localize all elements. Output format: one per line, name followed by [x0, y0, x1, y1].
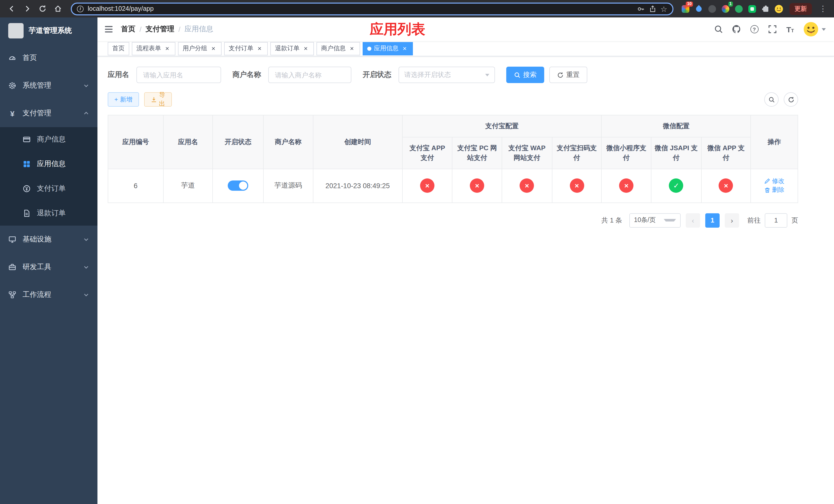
- sidebar-item-label: 首页: [23, 53, 89, 63]
- add-button-label: 新增: [120, 95, 132, 104]
- col-alipay-wap: 支付宝 WAP 网站支付: [502, 137, 552, 169]
- sidebar-item-pay-order[interactable]: 支付订单: [0, 176, 97, 201]
- app-name-label: 应用名: [108, 70, 129, 79]
- col-group-wechat: 微信配置: [602, 115, 751, 137]
- search-button[interactable]: 搜索: [506, 67, 544, 83]
- extension-wheel-icon[interactable]: 1: [720, 3, 731, 14]
- add-button[interactable]: + 新增: [108, 92, 139, 107]
- toolbox-icon: [8, 263, 16, 271]
- tab-user-group[interactable]: 用户分组 ×: [178, 42, 222, 55]
- help-icon[interactable]: ?: [749, 24, 759, 34]
- breadcrumb-home[interactable]: 首页: [121, 25, 135, 34]
- sidebar-item-refund-order[interactable]: 退款订单: [0, 201, 97, 226]
- forward-icon[interactable]: [21, 2, 34, 15]
- goto-page-input[interactable]: [765, 213, 787, 227]
- top-navbar: 首页 / 支付管理 / 应用信息 应用列表 ?: [97, 18, 834, 41]
- extension-dark-icon[interactable]: [706, 3, 718, 14]
- edit-link[interactable]: 修改: [764, 177, 784, 185]
- tab-app-info[interactable]: 应用信息 ×: [363, 42, 413, 55]
- fullscreen-icon[interactable]: [767, 24, 777, 34]
- reload-icon[interactable]: [36, 2, 49, 15]
- user-avatar[interactable]: [803, 22, 826, 37]
- tab-merchant-info[interactable]: 商户信息 ×: [316, 42, 360, 55]
- workflow-icon: [8, 291, 16, 299]
- sidebar-item-infrastructure[interactable]: 基础设施: [0, 226, 97, 253]
- sidebar-item-dev-tools[interactable]: 研发工具: [0, 253, 97, 281]
- merchant-name-input[interactable]: [268, 67, 351, 83]
- tab-pay-order[interactable]: 支付订单 ×: [224, 42, 268, 55]
- extension-droplet-icon[interactable]: [693, 3, 704, 14]
- status-select[interactable]: 请选择开启状态: [398, 67, 495, 83]
- extension-green-circle-icon[interactable]: [733, 3, 744, 14]
- status-fail-icon: ×: [470, 178, 484, 193]
- cell-created: 2021-10-23 08:49:25: [313, 169, 402, 203]
- export-button-label: 导出: [159, 91, 165, 108]
- col-wx-jsapi: 微信 JSAPI 支付: [651, 137, 701, 169]
- cell-status: [213, 169, 263, 203]
- chevron-down-icon: [664, 219, 676, 222]
- sidebar-item-label: 工作流程: [23, 290, 77, 299]
- status-fail-icon: ×: [570, 178, 584, 193]
- browser-menu-icon[interactable]: ⋮: [817, 4, 829, 13]
- extensions-puzzle-icon[interactable]: [760, 3, 771, 14]
- sidebar-item-label: 基础设施: [23, 235, 77, 244]
- logo-avatar: [8, 23, 24, 39]
- tab-refund-order[interactable]: 退款订单 ×: [270, 42, 314, 55]
- reset-button[interactable]: 重置: [549, 67, 587, 83]
- sidebar-logo[interactable]: 芋道管理系统: [0, 18, 97, 44]
- delete-link-label: 删除: [772, 186, 784, 194]
- home-icon[interactable]: [51, 2, 65, 15]
- back-icon[interactable]: [5, 2, 19, 15]
- page-size-select[interactable]: 10条/页: [629, 213, 681, 227]
- share-icon[interactable]: [649, 5, 656, 13]
- navbar-actions: ? TT: [714, 22, 826, 37]
- browser-update-button[interactable]: 更新: [789, 3, 812, 15]
- close-icon[interactable]: ×: [302, 45, 309, 52]
- delete-link[interactable]: 删除: [764, 186, 784, 194]
- password-key-icon[interactable]: [637, 5, 644, 13]
- extension-colorful-icon[interactable]: 10: [680, 3, 691, 14]
- toggle-search-button[interactable]: [764, 92, 778, 107]
- breadcrumb-payment[interactable]: 支付管理: [146, 25, 174, 34]
- address-bar[interactable]: i localhost:1024/pay/app ☆: [71, 2, 674, 15]
- refresh-button[interactable]: [784, 92, 798, 107]
- font-size-icon[interactable]: TT: [785, 24, 795, 34]
- export-button[interactable]: 导出: [144, 92, 172, 107]
- status-fail-icon: ×: [420, 178, 435, 193]
- sidebar-item-workflow[interactable]: 工作流程: [0, 281, 97, 308]
- pay-order-icon: [23, 185, 31, 193]
- profile-avatar-icon[interactable]: [773, 3, 784, 14]
- extension-green-square-icon[interactable]: [746, 3, 758, 14]
- col-actions: 操作: [751, 115, 798, 169]
- prev-page-button[interactable]: ‹: [686, 213, 700, 227]
- url-text[interactable]: localhost:1024/pay/app: [88, 5, 633, 12]
- breadcrumb: 首页 / 支付管理 / 应用信息: [121, 25, 213, 34]
- close-icon[interactable]: ×: [256, 45, 263, 52]
- close-icon[interactable]: ×: [401, 45, 408, 52]
- filter-form: 应用名 商户名称 开启状态 请选择开启状态: [108, 67, 798, 83]
- page-number-active[interactable]: 1: [705, 213, 720, 227]
- sidebar-item-system[interactable]: 系统管理: [0, 72, 97, 99]
- sidebar-item-label: 退款订单: [37, 209, 89, 218]
- tab-home[interactable]: 首页: [108, 42, 129, 55]
- close-icon[interactable]: ×: [348, 45, 355, 52]
- close-icon[interactable]: ×: [163, 45, 171, 52]
- col-alipay-qr: 支付宝扫码支付: [552, 137, 601, 169]
- status-toggle[interactable]: [228, 181, 248, 191]
- sidebar-item-merchant-info[interactable]: 商户信息: [0, 127, 97, 152]
- next-page-button[interactable]: ›: [725, 213, 739, 227]
- sidebar-item-app-info[interactable]: 应用信息: [0, 152, 97, 176]
- bookmark-star-icon[interactable]: ☆: [660, 5, 667, 13]
- tab-process-form[interactable]: 流程表单 ×: [132, 42, 175, 55]
- credit-card-icon: [23, 135, 31, 143]
- app-name-input[interactable]: [136, 67, 221, 83]
- github-icon[interactable]: [731, 24, 741, 34]
- close-icon[interactable]: ×: [210, 45, 217, 52]
- hamburger-icon[interactable]: [104, 24, 114, 35]
- search-icon[interactable]: [714, 24, 723, 34]
- chevron-down-icon: [83, 236, 89, 243]
- sidebar-item-home[interactable]: 首页: [0, 44, 97, 72]
- sidebar-item-payment[interactable]: ¥ 支付管理: [0, 99, 97, 127]
- tab-label: 首页: [112, 44, 125, 53]
- site-info-icon[interactable]: i: [77, 5, 84, 12]
